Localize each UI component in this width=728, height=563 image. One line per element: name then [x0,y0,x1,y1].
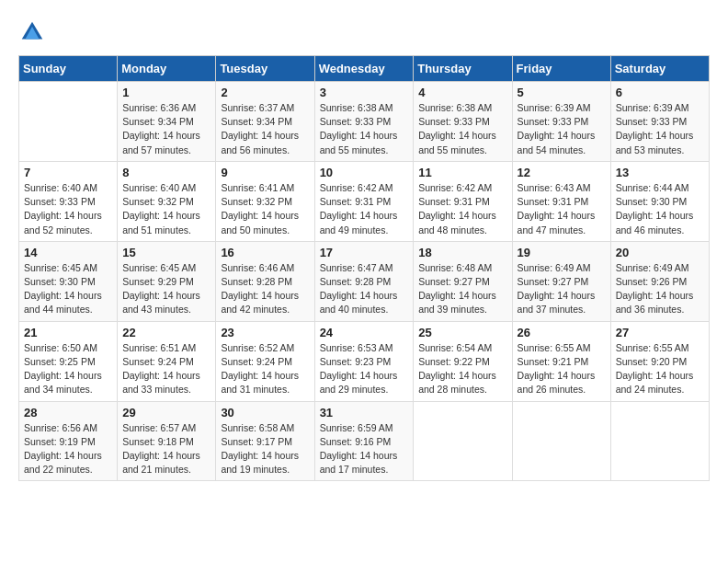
day-info: Sunrise: 6:41 AM Sunset: 9:32 PM Dayligh… [221,181,309,237]
calendar-cell: 9Sunrise: 6:41 AM Sunset: 9:32 PM Daylig… [216,161,314,241]
day-info: Sunrise: 6:52 AM Sunset: 9:24 PM Dayligh… [221,341,309,397]
calendar-cell: 18Sunrise: 6:48 AM Sunset: 9:27 PM Dayli… [414,241,512,321]
day-number: 15 [122,246,210,259]
calendar-cell: 22Sunrise: 6:51 AM Sunset: 9:24 PM Dayli… [118,321,216,401]
week-row-5: 28Sunrise: 6:56 AM Sunset: 9:19 PM Dayli… [19,401,710,481]
day-number: 4 [418,86,506,99]
calendar-cell: 31Sunrise: 6:59 AM Sunset: 9:16 PM Dayli… [314,401,414,481]
calendar-cell: 7Sunrise: 6:40 AM Sunset: 9:33 PM Daylig… [19,161,118,241]
day-info: Sunrise: 6:53 AM Sunset: 9:23 PM Dayligh… [320,341,409,397]
day-info: Sunrise: 6:40 AM Sunset: 9:33 PM Dayligh… [24,181,112,237]
weekday-header-saturday: Saturday [610,56,709,82]
weekday-row: SundayMondayTuesdayWednesdayThursdayFrid… [19,56,710,82]
day-info: Sunrise: 6:50 AM Sunset: 9:25 PM Dayligh… [24,341,112,397]
calendar-cell [512,401,610,481]
day-info: Sunrise: 6:37 AM Sunset: 9:34 PM Dayligh… [221,101,309,157]
day-info: Sunrise: 6:58 AM Sunset: 9:17 PM Dayligh… [221,421,309,477]
day-number: 16 [221,246,309,259]
day-number: 12 [518,166,606,179]
day-info: Sunrise: 6:47 AM Sunset: 9:28 PM Dayligh… [320,261,409,317]
day-info: Sunrise: 6:55 AM Sunset: 9:20 PM Dayligh… [616,341,704,397]
weekday-header-monday: Monday [118,56,216,82]
day-number: 10 [320,166,409,179]
day-info: Sunrise: 6:39 AM Sunset: 9:33 PM Dayligh… [616,101,704,157]
week-row-3: 14Sunrise: 6:45 AM Sunset: 9:30 PM Dayli… [19,241,710,321]
day-info: Sunrise: 6:55 AM Sunset: 9:21 PM Dayligh… [518,341,606,397]
calendar-cell: 28Sunrise: 6:56 AM Sunset: 9:19 PM Dayli… [19,401,118,481]
day-info: Sunrise: 6:42 AM Sunset: 9:31 PM Dayligh… [320,181,409,237]
day-number: 8 [122,166,210,179]
week-row-4: 21Sunrise: 6:50 AM Sunset: 9:25 PM Dayli… [19,321,710,401]
calendar-cell: 3Sunrise: 6:38 AM Sunset: 9:33 PM Daylig… [314,82,414,162]
weekday-header-friday: Friday [512,56,610,82]
day-info: Sunrise: 6:46 AM Sunset: 9:28 PM Dayligh… [221,261,309,317]
logo-icon [18,18,46,46]
calendar-cell: 24Sunrise: 6:53 AM Sunset: 9:23 PM Dayli… [314,321,414,401]
day-number: 31 [320,406,409,419]
day-number: 24 [320,326,409,339]
calendar-cell: 27Sunrise: 6:55 AM Sunset: 9:20 PM Dayli… [610,321,709,401]
calendar-cell: 10Sunrise: 6:42 AM Sunset: 9:31 PM Dayli… [314,161,414,241]
calendar-cell: 21Sunrise: 6:50 AM Sunset: 9:25 PM Dayli… [19,321,118,401]
day-info: Sunrise: 6:49 AM Sunset: 9:27 PM Dayligh… [518,261,606,317]
day-info: Sunrise: 6:42 AM Sunset: 9:31 PM Dayligh… [418,181,506,237]
day-number: 1 [122,86,210,99]
calendar-cell: 29Sunrise: 6:57 AM Sunset: 9:18 PM Dayli… [118,401,216,481]
day-number: 26 [518,326,606,339]
calendar-cell [610,401,709,481]
day-number: 13 [616,166,704,179]
calendar-cell: 2Sunrise: 6:37 AM Sunset: 9:34 PM Daylig… [216,82,314,162]
day-number: 14 [24,246,112,259]
calendar-cell: 30Sunrise: 6:58 AM Sunset: 9:17 PM Dayli… [216,401,314,481]
day-number: 18 [418,246,506,259]
day-number: 20 [616,246,704,259]
day-number: 23 [221,326,309,339]
day-info: Sunrise: 6:39 AM Sunset: 9:33 PM Dayligh… [518,101,606,157]
weekday-header-tuesday: Tuesday [216,56,314,82]
calendar-cell: 20Sunrise: 6:49 AM Sunset: 9:26 PM Dayli… [610,241,709,321]
day-info: Sunrise: 6:51 AM Sunset: 9:24 PM Dayligh… [122,341,210,397]
day-info: Sunrise: 6:59 AM Sunset: 9:16 PM Dayligh… [320,421,409,477]
day-number: 27 [616,326,704,339]
week-row-1: 1Sunrise: 6:36 AM Sunset: 9:34 PM Daylig… [19,82,710,162]
calendar-cell: 11Sunrise: 6:42 AM Sunset: 9:31 PM Dayli… [414,161,512,241]
logo [18,18,50,46]
day-number: 9 [221,166,309,179]
weekday-header-sunday: Sunday [19,56,118,82]
day-number: 11 [418,166,506,179]
day-info: Sunrise: 6:38 AM Sunset: 9:33 PM Dayligh… [418,101,506,157]
day-info: Sunrise: 6:44 AM Sunset: 9:30 PM Dayligh… [616,181,704,237]
day-number: 19 [518,246,606,259]
day-info: Sunrise: 6:43 AM Sunset: 9:31 PM Dayligh… [518,181,606,237]
day-info: Sunrise: 6:45 AM Sunset: 9:30 PM Dayligh… [24,261,112,317]
day-info: Sunrise: 6:40 AM Sunset: 9:32 PM Dayligh… [122,181,210,237]
calendar-cell: 15Sunrise: 6:45 AM Sunset: 9:29 PM Dayli… [118,241,216,321]
weekday-header-wednesday: Wednesday [314,56,414,82]
day-number: 22 [122,326,210,339]
day-number: 29 [122,406,210,419]
day-info: Sunrise: 6:54 AM Sunset: 9:22 PM Dayligh… [418,341,506,397]
day-number: 7 [24,166,112,179]
day-info: Sunrise: 6:49 AM Sunset: 9:26 PM Dayligh… [616,261,704,317]
calendar-cell: 16Sunrise: 6:46 AM Sunset: 9:28 PM Dayli… [216,241,314,321]
calendar-cell: 5Sunrise: 6:39 AM Sunset: 9:33 PM Daylig… [512,82,610,162]
calendar-cell [19,82,118,162]
day-info: Sunrise: 6:45 AM Sunset: 9:29 PM Dayligh… [122,261,210,317]
calendar-cell: 12Sunrise: 6:43 AM Sunset: 9:31 PM Dayli… [512,161,610,241]
week-row-2: 7Sunrise: 6:40 AM Sunset: 9:33 PM Daylig… [19,161,710,241]
page-header [18,18,710,46]
calendar-cell [414,401,512,481]
calendar-cell: 23Sunrise: 6:52 AM Sunset: 9:24 PM Dayli… [216,321,314,401]
calendar-cell: 14Sunrise: 6:45 AM Sunset: 9:30 PM Dayli… [19,241,118,321]
day-info: Sunrise: 6:56 AM Sunset: 9:19 PM Dayligh… [24,421,112,477]
calendar-cell: 6Sunrise: 6:39 AM Sunset: 9:33 PM Daylig… [610,82,709,162]
calendar-table: SundayMondayTuesdayWednesdayThursdayFrid… [18,55,710,481]
calendar-body: 1Sunrise: 6:36 AM Sunset: 9:34 PM Daylig… [19,82,710,481]
calendar-cell: 4Sunrise: 6:38 AM Sunset: 9:33 PM Daylig… [414,82,512,162]
day-number: 21 [24,326,112,339]
day-number: 25 [418,326,506,339]
day-number: 5 [518,86,606,99]
day-number: 30 [221,406,309,419]
calendar-cell: 1Sunrise: 6:36 AM Sunset: 9:34 PM Daylig… [118,82,216,162]
weekday-header-thursday: Thursday [414,56,512,82]
